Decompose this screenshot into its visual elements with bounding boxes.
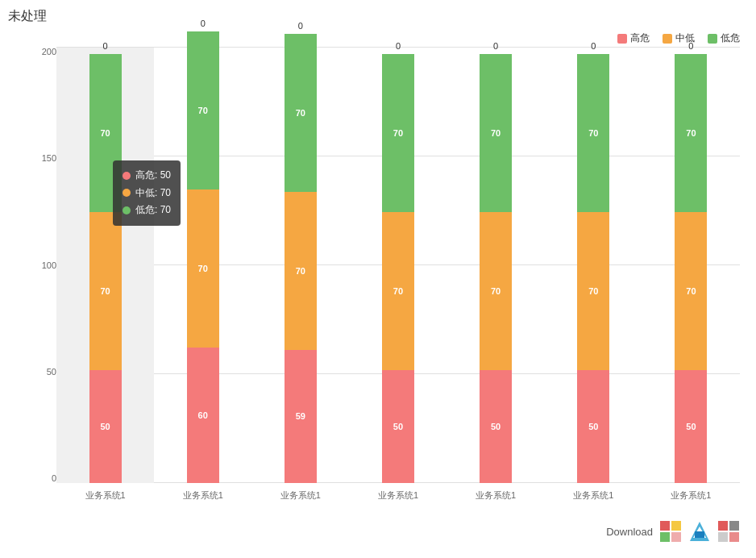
- bar-segment: 50: [382, 370, 414, 483]
- bar-stack: 0607070: [187, 31, 219, 483]
- bar-segment-label: 70: [675, 128, 707, 138]
- tooltip-row: 高危: 50: [123, 167, 171, 185]
- bar-segment-label: 70: [577, 286, 609, 296]
- bar-segment: 70: [382, 54, 414, 212]
- x-axis: 业务系统1业务系统1业务系统1业务系统1业务系统1业务系统1业务系统1: [56, 483, 740, 507]
- x-axis-label: 业务系统1: [545, 483, 642, 507]
- y-axis-label: 200: [32, 48, 56, 56]
- bar-group[interactable]: 0507070: [447, 48, 545, 483]
- tooltip-row: 中低: 70: [123, 185, 171, 202]
- bar-top-label: 0: [577, 41, 609, 51]
- bar-segment: 70: [382, 212, 414, 370]
- bar-segment: 70: [675, 212, 707, 370]
- legend-dot: [663, 34, 672, 44]
- svg-rect-2: [660, 532, 670, 542]
- legend-dot: [617, 34, 627, 44]
- bar-segment-label: 59: [285, 411, 317, 421]
- chart-wrapper: 050100150200 050707006070700597070050707…: [8, 48, 748, 507]
- bar-segment-label: 50: [675, 422, 707, 431]
- tooltip-label: 高危: 50: [135, 167, 171, 185]
- legend-dot: [708, 34, 717, 44]
- bar-group[interactable]: 0607070: [154, 48, 251, 483]
- svg-rect-0: [660, 521, 670, 531]
- bar-group[interactable]: 0507070: [642, 48, 740, 483]
- svg-rect-7: [718, 521, 728, 531]
- legend-label: 高危: [630, 31, 650, 45]
- svg-rect-9: [718, 532, 728, 542]
- bar-segment-label: 70: [89, 128, 122, 138]
- bar-top-label: 0: [675, 41, 707, 51]
- bar-group[interactable]: 0507070: [56, 48, 154, 483]
- svg-rect-3: [671, 532, 681, 542]
- x-axis-label: 业务系统1: [251, 483, 349, 507]
- bar-group[interactable]: 0507070: [545, 48, 642, 483]
- bar-top-label: 0: [187, 19, 219, 28]
- y-axis-label: 150: [32, 154, 56, 163]
- legend-label: 低危: [721, 31, 740, 45]
- svg-rect-8: [729, 521, 739, 531]
- bar-stack: 0507070: [675, 54, 707, 483]
- x-axis-label: 业务系统1: [642, 483, 740, 507]
- bar-segment-label: 50: [89, 422, 122, 431]
- page-title: 未处理: [8, 8, 748, 25]
- download-label: Download: [606, 526, 653, 538]
- bar-segment: 70: [187, 189, 219, 348]
- bars-container: 0507070060707005970700507070050707005070…: [56, 48, 740, 483]
- y-axis: 050100150200: [32, 48, 56, 483]
- bar-segment-label: 70: [577, 128, 609, 138]
- bar-segment: 70: [480, 54, 512, 212]
- bar-group[interactable]: 0507070: [349, 48, 447, 483]
- y-axis-label: 0: [32, 474, 56, 483]
- bar-segment: 70: [285, 192, 317, 350]
- bar-segment: 50: [480, 370, 512, 483]
- bar-group[interactable]: 0597070: [251, 48, 349, 483]
- tooltip-row: 低危: 70: [123, 202, 171, 219]
- bar-segment-label: 70: [187, 264, 219, 273]
- x-axis-label: 业务系统1: [349, 483, 447, 507]
- bar-segment-label: 70: [675, 286, 707, 296]
- bar-stack: 0507070: [382, 54, 414, 483]
- bar-segment: 50: [577, 370, 609, 483]
- bar-segment: 70: [89, 212, 122, 370]
- bar-top-label: 0: [89, 41, 122, 51]
- bar-segment-label: 70: [382, 286, 414, 296]
- x-axis-label: 业务系统1: [447, 483, 545, 507]
- bar-segment: 70: [577, 54, 609, 212]
- bar-stack: 0597070: [285, 34, 317, 483]
- bar-segment-label: 70: [89, 286, 122, 296]
- bar-stack: 0507070: [480, 54, 512, 483]
- tooltip-label: 低危: 70: [135, 202, 171, 219]
- x-axis-label: 业务系统1: [56, 483, 154, 507]
- bar-stack: 0507070: [577, 54, 609, 483]
- chart-tooltip: 高危: 50 中低: 70 低危: 70: [113, 160, 181, 226]
- bar-segment: 70: [285, 34, 317, 192]
- bar-segment-label: 50: [382, 422, 414, 431]
- bar-segment-label: 70: [285, 108, 317, 118]
- bar-segment-label: 70: [480, 128, 512, 138]
- download-icon-2[interactable]: [688, 520, 711, 543]
- bar-segment-label: 60: [187, 410, 219, 420]
- download-icon-1[interactable]: [659, 520, 682, 543]
- tooltip-dot: [123, 206, 131, 214]
- legend-item: 高危: [617, 31, 650, 45]
- bar-segment: 50: [675, 370, 707, 483]
- bar-segment: 70: [480, 212, 512, 370]
- bar-segment-label: 70: [480, 286, 512, 296]
- bar-segment: 50: [89, 370, 122, 483]
- download-icon-3[interactable]: [717, 520, 740, 543]
- chart-area: 高危 中低 低危 050100150200 050707006070700597…: [8, 31, 748, 548]
- bar-stack: 0507070: [89, 54, 122, 483]
- bar-top-label: 0: [480, 41, 512, 51]
- tooltip-dot: [123, 189, 131, 197]
- chart-inner: 050100150200 050707006070700597070050707…: [8, 48, 748, 507]
- legend-item: 低危: [708, 31, 740, 45]
- download-bar: Download: [606, 515, 740, 548]
- bar-segment-label: 70: [382, 128, 414, 138]
- bar-top-label: 0: [285, 21, 317, 31]
- bar-segment: 70: [675, 54, 707, 212]
- bar-segment: 70: [577, 212, 609, 370]
- tooltip-label: 中低: 70: [135, 185, 171, 202]
- bar-segment: 70: [187, 31, 219, 189]
- page-container: 未处理 高危 中低 低危 050100150200 05070700607070…: [0, 0, 756, 558]
- svg-rect-1: [671, 521, 681, 531]
